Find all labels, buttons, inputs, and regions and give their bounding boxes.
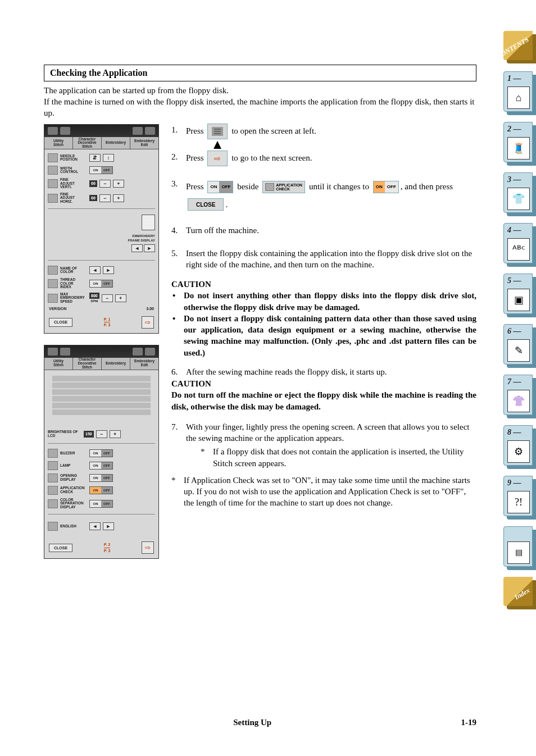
instructions-column: 1. Press to open the screen at left. 2. … (171, 124, 476, 559)
lcd2-next-page[interactable]: ⇨ (142, 541, 154, 554)
chapter-4-tab[interactable]: 4 —ᴬᴮᶜ (497, 223, 536, 267)
frame-next[interactable]: ► (144, 244, 155, 252)
appcheck-label: APPLICATION CHECK (60, 486, 87, 494)
index-tab[interactable]: Index (497, 577, 536, 611)
namecolor-label: NAME OF COLOR (60, 267, 87, 274)
lcd2-tab-embedit[interactable]: Embroidery Edit (130, 358, 158, 370)
onoff-button-on[interactable]: ONOFF (373, 181, 399, 193)
step-7-subnote: If a floppy disk that does not contain t… (213, 446, 476, 469)
lamp-label: LAMP (60, 464, 87, 468)
application-check-field: APPLICATION CHECK (262, 181, 305, 193)
step-3-a: Press (186, 182, 204, 191)
language-next[interactable]: ► (103, 522, 114, 530)
colorsep-toggle[interactable]: ONOFF (89, 500, 113, 508)
lcd1-tab-embroidery[interactable]: Embroidery (102, 137, 130, 149)
step-3-num: 3. (171, 178, 186, 213)
finev-plus[interactable]: + (113, 180, 124, 188)
version-label: VERSION (49, 306, 67, 311)
needle-btn-left[interactable]: ⇵ (89, 154, 101, 162)
finev-value: 00 (89, 180, 97, 186)
onoff-button-off[interactable]: ONOFF (207, 181, 233, 193)
lcd1-close-button[interactable]: CLOSE (49, 318, 72, 326)
brightness-plus[interactable]: + (110, 430, 121, 438)
chapter-7-tab[interactable]: 7 —👚 (497, 375, 536, 418)
step-1-b: to open the screen at left. (231, 127, 316, 136)
close-button-inline[interactable]: CLOSE (188, 198, 224, 211)
step-5-num: 5. (171, 248, 186, 271)
lcd2-tab-embroidery[interactable]: Embroidery (102, 358, 130, 370)
chapter-9-tab[interactable]: 9 —?! (497, 476, 536, 520)
intro-line2: If the machine is turned on with the flo… (44, 97, 475, 117)
chapter-tabs: CONTENTS 1 —⌂ 2 —🧵 3 —👕 4 —ᴬᴮᶜ 5 —▣ 6 —✎… (497, 31, 536, 611)
brightness-minus[interactable]: − (96, 430, 107, 438)
chapter-2-tab[interactable]: 2 —🧵 (497, 122, 536, 166)
namecolor-prev[interactable]: ◄ (89, 266, 101, 274)
needle-label: NEEDLE POSITION (60, 154, 87, 162)
abc-icon: ᴬᴮᶜ (507, 238, 530, 261)
lamp-toggle[interactable]: ONOFF (89, 462, 113, 470)
contents-tab[interactable]: CONTENTS (497, 31, 536, 65)
step-3-b: beside (237, 182, 258, 191)
page-footer: Setting Up 1-19 (44, 717, 476, 728)
bottom-note: If Application Check was set to "ON", it… (184, 475, 476, 509)
maxspeed-label: MAX EMBROIDERY SPEED (60, 293, 87, 304)
width-toggle[interactable]: ONOFF (89, 166, 113, 174)
step-7-num: 7. (171, 421, 186, 469)
frame-prev[interactable]: ◄ (131, 244, 143, 252)
frame-icon: ▣ (507, 289, 530, 311)
fineh-label: FINE ADJUST HORIZ. (60, 193, 87, 204)
step-4-num: 4. (171, 225, 186, 236)
brightness-label: BRIGHTNESS OF LCD (48, 430, 81, 438)
chapter-1-tab[interactable]: 1 —⌂ (497, 71, 536, 115)
fineh-minus[interactable]: − (99, 194, 111, 202)
caution-1-item-1: Do not insert anything other than floppy… (184, 290, 476, 313)
section-heading: Checking the Application (44, 65, 476, 81)
width-label: WIDTH CONTROL (60, 167, 87, 174)
lcd1-tab-utility[interactable]: Utility Stitch (44, 137, 73, 149)
lcd2-pager: P. 2 P. 3 (104, 542, 111, 553)
threadcolor-label: THREAD COLOR INDEX (60, 278, 87, 289)
lcd2-tab-character[interactable]: Character Decorative Stitch (73, 358, 102, 370)
lcd1-tab-character[interactable]: Character Decorative Stitch (73, 137, 102, 149)
brightness-value: 150 (84, 431, 94, 437)
help-icon: ?! (507, 491, 530, 513)
threadcolor-toggle[interactable]: ONOFF (89, 280, 113, 288)
needle-icon (48, 153, 58, 162)
chapter-5-tab[interactable]: 5 —▣ (497, 274, 536, 317)
callout-arrow-icon (214, 141, 221, 149)
lcd1-tab-embedit[interactable]: Embroidery Edit (130, 137, 158, 149)
document-icon: ▤ (507, 541, 530, 564)
language-icon (48, 522, 58, 531)
lcd1-next-page[interactable]: ⇨ (142, 316, 154, 329)
maxspeed-minus[interactable]: − (102, 294, 113, 302)
appcheck-toggle[interactable]: ONOFF (89, 486, 113, 494)
needle-btn-right[interactable]: ↕ (103, 154, 114, 162)
thread-icon: 🧵 (507, 137, 530, 160)
chapter-6-tab[interactable]: 6 —✎ (497, 324, 536, 368)
step-4-text: Turn off the machine. (186, 225, 476, 236)
chapter-3-tab[interactable]: 3 —👕 (497, 172, 536, 216)
chapter-8-tab[interactable]: 8 —⚙ (497, 425, 536, 469)
step-6-num: 6. (171, 366, 186, 377)
maxspeed-plus[interactable]: + (115, 294, 126, 302)
threadcolor-icon (48, 279, 58, 288)
step-7-text: With your finger, lightly press the open… (186, 421, 476, 444)
appcheck-icon-inline (265, 183, 274, 191)
lcd2-close-button[interactable]: CLOSE (49, 544, 72, 552)
language-prev[interactable]: ◄ (89, 522, 101, 530)
namecolor-next[interactable]: ► (103, 266, 114, 274)
finev-minus[interactable]: − (99, 180, 111, 188)
fineh-plus[interactable]: + (113, 194, 124, 202)
settings-list-icon-button[interactable] (207, 124, 228, 139)
next-page-icon-button[interactable]: ⇨ (207, 151, 228, 166)
buzzer-toggle[interactable]: ONOFF (89, 449, 113, 457)
maxspeed-value: 800 (89, 293, 99, 299)
lcd2-tab-utility[interactable]: Utility Stitch (44, 358, 73, 370)
namecolor-icon (48, 266, 58, 275)
fineh-icon (48, 194, 58, 203)
buzzer-icon (48, 449, 58, 458)
opening-toggle[interactable]: ONOFF (89, 474, 113, 482)
colorsep-label: COLOR SEPARATION DISPLAY (60, 498, 87, 509)
appendix-tab[interactable]: ▤ (497, 526, 536, 570)
step-3-c: until it changes to (309, 182, 369, 191)
